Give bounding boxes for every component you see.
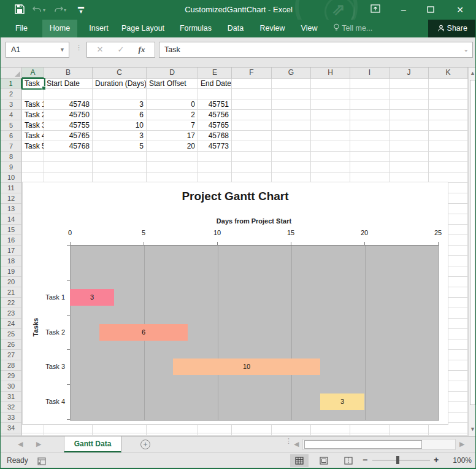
cell-F9[interactable] (232, 162, 272, 172)
cell-I7[interactable] (350, 141, 390, 152)
ribbon-tab-insert[interactable]: Insert (85, 20, 112, 37)
tell-me-box[interactable]: Tell me... (333, 20, 372, 37)
cell-H1[interactable] (311, 79, 350, 89)
minimize-button[interactable]: – (396, 2, 412, 17)
row-header-18[interactable]: 18 (1, 256, 22, 266)
cell-I3[interactable] (350, 99, 390, 110)
zoom-slider-thumb[interactable] (396, 456, 399, 464)
cell-C1[interactable]: Duration (Days) (93, 79, 147, 89)
cell-G6[interactable] (272, 131, 311, 141)
cell-B3[interactable]: 45748 (44, 99, 93, 110)
cell-D9[interactable] (147, 162, 198, 172)
cell-B7[interactable]: 45768 (44, 141, 93, 152)
row-header-9[interactable]: 9 (1, 162, 22, 172)
cell-I5[interactable] (350, 120, 390, 131)
normal-view-button[interactable] (290, 454, 309, 467)
cell-J1[interactable] (390, 79, 429, 89)
column-header-F[interactable]: F (232, 68, 272, 79)
cell-I1[interactable] (350, 79, 390, 89)
horizontal-scroll-thumb[interactable] (304, 440, 422, 449)
row-header-20[interactable]: 20 (1, 277, 22, 287)
cell-I8[interactable] (350, 152, 390, 162)
cell-E6[interactable]: 45768 (198, 131, 232, 141)
cell-A3[interactable]: Task 1 (22, 99, 44, 110)
cell-D2[interactable] (147, 89, 198, 99)
cell-J7[interactable] (390, 141, 429, 152)
cell-G3[interactable] (272, 99, 311, 110)
cell-B1[interactable]: Start Date (44, 79, 93, 89)
cell-E5[interactable]: 45765 (198, 120, 232, 131)
cell-H4[interactable] (311, 110, 350, 120)
row-header-30[interactable]: 30 (1, 381, 22, 392)
formula-bar-expand-icon[interactable]: ⌄ (464, 42, 469, 57)
column-header-I[interactable]: I (350, 68, 390, 79)
cell-D4[interactable]: 2 (147, 110, 198, 120)
cell-H3[interactable] (311, 99, 350, 110)
cell-G4[interactable] (272, 110, 311, 120)
row-header-16[interactable]: 16 (1, 235, 22, 246)
ribbon-tab-view[interactable]: View (299, 20, 320, 37)
row-header-12[interactable]: 12 (1, 193, 22, 204)
vertical-scroll-thumb[interactable] (470, 80, 475, 405)
gantt-chart[interactable]: Project Gantt Chart Days from Project St… (22, 182, 448, 425)
cell-I9[interactable] (350, 162, 390, 172)
insert-function-button[interactable]: fx (132, 42, 151, 57)
page-break-preview-button[interactable] (339, 454, 358, 467)
ribbon-tab-file[interactable]: File (9, 20, 34, 37)
cell-I2[interactable] (350, 89, 390, 99)
hscroll-left-icon[interactable]: ◀ (294, 440, 299, 448)
close-button[interactable]: ✕ (452, 2, 468, 17)
cell-A8[interactable] (22, 152, 44, 162)
cell-F2[interactable] (232, 89, 272, 99)
cell-B2[interactable] (44, 89, 93, 99)
cell-G9[interactable] (272, 162, 311, 172)
row-header-2[interactable]: 2 (1, 89, 22, 99)
cell-K6[interactable] (429, 131, 468, 141)
cell-J9[interactable] (390, 162, 429, 172)
cell-K4[interactable] (429, 110, 468, 120)
cell-K5[interactable] (429, 120, 468, 131)
row-header-21[interactable]: 21 (1, 287, 22, 298)
cell-H8[interactable] (311, 152, 350, 162)
row-header-15[interactable]: 15 (1, 225, 22, 235)
cell-H5[interactable] (311, 120, 350, 131)
page-layout-view-button[interactable] (315, 454, 333, 467)
cell-A9[interactable] (22, 162, 44, 172)
cell-H2[interactable] (311, 89, 350, 99)
cell-C4[interactable]: 6 (93, 110, 147, 120)
cell-B9[interactable] (44, 162, 93, 172)
new-sheet-button[interactable]: + (140, 440, 150, 449)
cell-K2[interactable] (429, 89, 468, 99)
row-header-22[interactable]: 22 (1, 298, 22, 308)
cell-C3[interactable]: 3 (93, 99, 147, 110)
name-box-dropdown-icon[interactable]: ▼ (60, 42, 65, 57)
cancel-button[interactable]: ✕ (91, 42, 109, 57)
cell-K8[interactable] (429, 152, 468, 162)
active-cell-border[interactable] (21, 78, 45, 90)
cell-J5[interactable] (390, 120, 429, 131)
row-header-4[interactable]: 4 (1, 110, 22, 120)
row-header-19[interactable]: 19 (1, 266, 22, 277)
ribbon-display-options-button[interactable] (367, 2, 383, 17)
cell-F8[interactable] (232, 152, 272, 162)
cell-B4[interactable]: 45750 (44, 110, 93, 120)
cell-C6[interactable]: 3 (93, 131, 147, 141)
row-header-33[interactable]: 33 (1, 413, 22, 423)
cell-H9[interactable] (311, 162, 350, 172)
tab-bar-splitter[interactable]: ⋮ (285, 439, 292, 443)
cell-K1[interactable] (429, 79, 468, 89)
cell-J4[interactable] (390, 110, 429, 120)
macro-record-button[interactable] (37, 457, 46, 468)
cell-K9[interactable] (429, 162, 468, 172)
ribbon-tab-home[interactable]: Home (42, 20, 77, 37)
row-header-14[interactable]: 14 (1, 214, 22, 225)
sheet-nav-right-icon[interactable]: ▶ (36, 440, 41, 448)
column-header-C[interactable]: C (93, 68, 147, 79)
gantt-bar-task-4[interactable]: 3 (320, 393, 364, 410)
row-header-5[interactable]: 5 (1, 120, 22, 131)
cell-D1[interactable]: Start Offset (147, 79, 198, 89)
select-all-button[interactable] (1, 68, 22, 79)
cell-C5[interactable]: 10 (93, 120, 147, 131)
cell-C8[interactable] (93, 152, 147, 162)
row-header-1[interactable]: 1 (1, 79, 22, 89)
